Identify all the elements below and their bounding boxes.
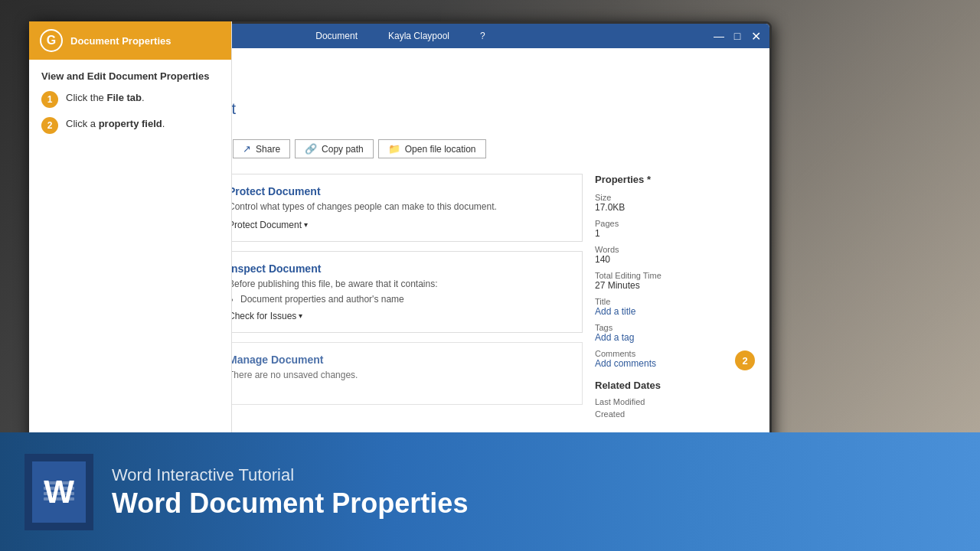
- prop-tags: Tags Add a tag: [595, 323, 748, 343]
- step-badge-1: 1: [41, 91, 58, 108]
- tutorial-header: G Document Properties: [29, 21, 231, 60]
- size-value: 17.0KB: [595, 202, 748, 213]
- editing-time-value: 27 Minutes: [595, 280, 748, 291]
- share-button[interactable]: ↗ Share: [233, 139, 290, 158]
- protect-content: Protect Document Control what types of c…: [228, 185, 497, 230]
- properties-title: Properties *: [595, 174, 748, 185]
- word-logo-box: W: [24, 454, 93, 530]
- pages-label: Pages: [595, 219, 748, 228]
- step-text-2: Click a property field.: [66, 117, 165, 131]
- tags-label: Tags: [595, 323, 748, 332]
- protect-btn-label: Protect Document: [228, 220, 302, 230]
- copy-path-icon: 🔗: [305, 143, 317, 155]
- logo-letter: G: [47, 34, 56, 47]
- step1-bold: File tab: [106, 92, 142, 103]
- share-icon: ↗: [243, 143, 251, 155]
- maximize-button[interactable]: □: [731, 30, 743, 42]
- prop-title: Title Add a title: [595, 297, 748, 317]
- title-bar-center: Document Kayla Claypool ?: [315, 31, 485, 41]
- last-modified-label: Last Modified: [595, 397, 748, 406]
- open-file-location-button[interactable]: 📁 Open file location: [378, 139, 486, 158]
- protect-caret: ▾: [304, 220, 308, 229]
- properties-sidebar: Properties * Size 17.0KB Pages 1 Words 1…: [595, 174, 748, 422]
- folder-icon: 📁: [388, 143, 400, 155]
- check-issues-button[interactable]: Check for Issues ▾: [228, 311, 438, 321]
- created-label: Created: [595, 409, 748, 419]
- tutorial-step-2: 2 Click a property field.: [41, 117, 219, 134]
- close-button[interactable]: ✕: [750, 30, 762, 42]
- tutorial-panel: G Document Properties View and Edit Docu…: [29, 21, 232, 465]
- open-file-location-label: Open file location: [405, 144, 476, 155]
- inspect-bullet-1: Document properties and author's name: [240, 294, 438, 305]
- word-logo-letter: W: [44, 474, 74, 510]
- words-value: 140: [595, 254, 748, 265]
- inspect-title: Inspect Document: [228, 262, 438, 275]
- manage-title: Manage Document: [228, 354, 358, 366]
- comments-label: Comments: [595, 349, 748, 358]
- copy-path-button[interactable]: 🔗 Copy path: [295, 139, 374, 158]
- protect-button[interactable]: Protect Document ▾: [228, 220, 497, 230]
- step-badge-2: 2: [41, 117, 58, 134]
- protect-description: Control what types of changes people can…: [228, 201, 497, 214]
- minimize-button[interactable]: —: [713, 30, 725, 42]
- help-button[interactable]: ?: [480, 31, 485, 41]
- inspect-content: Inspect Document Before publishing this …: [228, 262, 438, 321]
- related-dates: Related Dates Last Modified Created: [595, 380, 748, 419]
- doc-name: Document: [166, 100, 748, 118]
- copy-path-label: Copy path: [322, 144, 364, 155]
- tags-value[interactable]: Add a tag: [595, 332, 748, 343]
- step-text-1: Click the File tab.: [66, 91, 145, 105]
- bottom-banner: W Word Interactive Tutorial Word Documen…: [0, 432, 980, 551]
- action-buttons: ⬆ Upload ↗ Share 🔗 Copy path 📁 Open file…: [166, 139, 748, 158]
- cards-row: Protect Document Control what types of c…: [166, 174, 748, 422]
- info-title: Info: [166, 64, 748, 88]
- tutorial-logo: G: [40, 29, 63, 52]
- words-label: Words: [595, 245, 748, 254]
- pages-value: 1: [595, 228, 748, 239]
- tutorial-step-1: 1 Click the File tab.: [41, 91, 219, 108]
- tutorial-section-title: View and Edit Document Properties: [41, 70, 219, 82]
- doc-path: Desktop: [166, 119, 748, 130]
- banner-subtitle: Word Interactive Tutorial: [112, 465, 956, 485]
- title-bar-user: Kayla Claypool: [388, 31, 449, 41]
- title-value[interactable]: Add a title: [595, 306, 748, 317]
- banner-title: Word Document Properties: [112, 488, 956, 519]
- tutorial-body: View and Edit Document Properties 1 Clic…: [29, 60, 231, 465]
- prop-comments: Comments Add comments: [595, 349, 748, 369]
- prop-pages: Pages 1: [595, 219, 748, 239]
- info-panel: Info Document Desktop ⬆ Upload ↗ Share 🔗…: [145, 48, 769, 463]
- comments-value[interactable]: Add comments: [595, 358, 748, 369]
- title-bar-controls: — □ ✕: [713, 30, 762, 42]
- editing-time-label: Total Editing Time: [595, 271, 748, 280]
- annotation-badge-2: 2: [735, 350, 755, 370]
- prop-words: Words 140: [595, 245, 748, 265]
- tutorial-header-text: Document Properties: [70, 35, 171, 47]
- check-issues-label: Check for Issues: [228, 311, 296, 321]
- prop-editing-time: Total Editing Time 27 Minutes: [595, 271, 748, 291]
- title-bar-document: Document: [315, 31, 358, 41]
- word-logo-inner: W: [32, 461, 86, 523]
- inspect-description: Before publishing this file, be aware th…: [228, 278, 438, 291]
- share-label: Share: [256, 144, 280, 155]
- banner-text: Word Interactive Tutorial Word Document …: [112, 465, 956, 519]
- title-label: Title: [595, 297, 748, 306]
- related-dates-title: Related Dates: [595, 380, 748, 391]
- manage-description: There are no unsaved changes.: [228, 369, 358, 382]
- prop-size: Size 17.0KB: [595, 193, 748, 213]
- size-label: Size: [595, 193, 748, 202]
- inspect-caret: ▾: [299, 311, 302, 320]
- protect-title: Protect Document: [228, 185, 497, 197]
- step2-bold: property field: [99, 118, 162, 129]
- manage-content: Manage Document There are no unsaved cha…: [228, 354, 358, 382]
